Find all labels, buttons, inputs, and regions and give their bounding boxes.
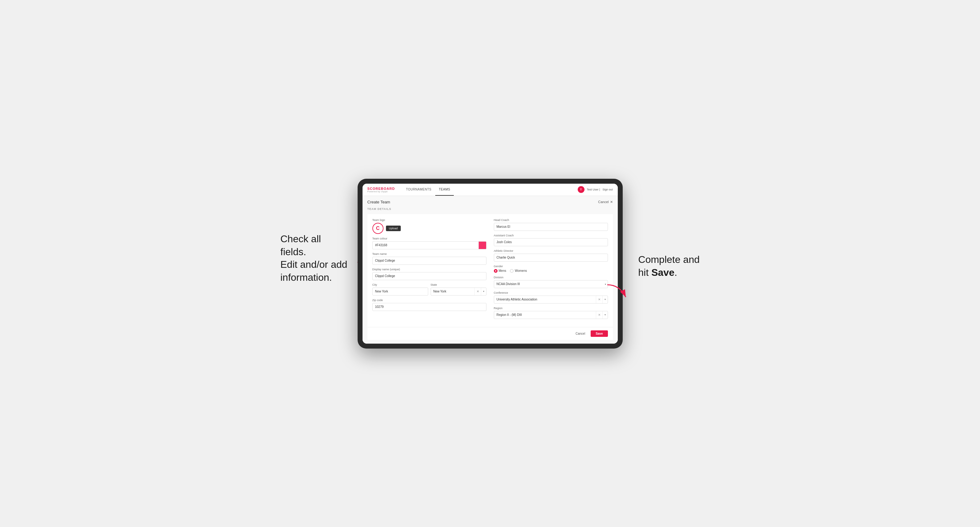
city-state-row: City State New York — [372, 283, 487, 295]
head-coach-input[interactable] — [494, 223, 608, 231]
team-logo-section: Team logo C Upload — [372, 219, 487, 234]
form-footer: Cancel Save — [368, 327, 613, 340]
region-label: Region — [494, 306, 608, 310]
city-group: City — [372, 283, 428, 295]
page-title-row: Create Team Cancel ✕ — [368, 200, 613, 204]
cancel-button[interactable]: Cancel — [573, 330, 588, 337]
nav-teams[interactable]: TEAMS — [435, 184, 454, 196]
nav-tournaments[interactable]: TOURNAMENTS — [402, 184, 435, 196]
form-grid: Team logo C Upload Team colour — [372, 219, 608, 322]
team-colour-input[interactable] — [372, 241, 479, 249]
region-select[interactable]: Region II - (M) DIII — [494, 311, 596, 319]
assistant-coach-label: Assistant Coach — [494, 234, 608, 237]
division-label: Division — [494, 276, 608, 279]
conference-label: Conference — [494, 291, 608, 294]
gender-womens-radio[interactable] — [510, 269, 514, 273]
gender-womens-option[interactable]: Womens — [510, 269, 527, 273]
team-name-input[interactable] — [372, 257, 487, 265]
zip-input[interactable] — [372, 303, 487, 311]
conference-select[interactable]: University Athletic Association — [494, 296, 596, 303]
display-name-field: Display name (unique) — [372, 268, 487, 280]
brand-logo: SCOREBOARD Powered by clippd — [368, 187, 395, 193]
head-coach-field: Head Coach — [494, 219, 608, 231]
city-label: City — [372, 283, 428, 286]
team-name-label: Team name — [372, 252, 487, 256]
team-colour-label: Team colour — [372, 237, 487, 240]
state-label: State — [431, 283, 487, 286]
team-logo-label: Team logo — [372, 219, 487, 222]
athletic-director-field: Athletic Director — [494, 249, 608, 262]
instruction-left: Check all fields. Edit and/or add inform… — [280, 233, 348, 284]
brand-name: SCOREBOARD — [368, 187, 395, 190]
region-chevron-icon: ▾ — [602, 311, 608, 319]
page-title: Create Team — [368, 200, 390, 204]
gender-mens-radio[interactable] — [494, 269, 498, 273]
avatar: T — [578, 186, 584, 193]
zip-field: Zip code — [372, 298, 487, 311]
zip-label: Zip code — [372, 298, 487, 302]
athletic-director-label: Athletic Director — [494, 249, 608, 252]
conference-clear-icon[interactable]: ✕ — [596, 296, 602, 303]
user-name: Test User | — [587, 188, 600, 191]
team-name-field: Team name — [372, 252, 487, 265]
region-field: Region Region II - (M) DIII ✕ ▾ — [494, 306, 608, 319]
nav-right: T Test User | Sign out — [578, 186, 613, 193]
colour-row — [372, 241, 487, 249]
gender-radio-group: Mens Womens — [494, 269, 608, 273]
state-clear-icon[interactable]: ✕ — [474, 288, 481, 295]
gender-mens-option[interactable]: Mens — [494, 269, 506, 273]
colour-swatch[interactable] — [479, 241, 487, 249]
save-button[interactable]: Save — [591, 330, 608, 337]
state-select[interactable]: New York — [431, 288, 474, 295]
save-emphasis: Save — [651, 267, 675, 278]
navbar: SCOREBOARD Powered by clippd TOURNAMENTS… — [363, 184, 618, 196]
state-chevron-icon: ▾ — [481, 288, 486, 295]
gender-field: Gender Mens Womens — [494, 265, 608, 273]
city-state-field: City State New York — [372, 283, 487, 295]
logo-preview-row: C Upload — [372, 223, 487, 234]
form-col-right: Head Coach Assistant Coach Athletic Dire… — [494, 219, 608, 322]
region-select-wrapper: Region II - (M) DIII ✕ ▾ — [494, 311, 608, 319]
instruction-right: Complete andhit Save. — [638, 253, 700, 279]
division-select[interactable]: NCAA Division III — [494, 280, 608, 288]
city-input[interactable] — [372, 287, 428, 295]
assistant-coach-field: Assistant Coach — [494, 234, 608, 246]
form-container: Team logo C Upload Team colour — [368, 214, 613, 327]
nav-links: TOURNAMENTS TEAMS — [402, 184, 578, 196]
gender-label: Gender — [494, 265, 608, 268]
team-logo-preview: C — [372, 223, 383, 234]
head-coach-label: Head Coach — [494, 219, 608, 222]
conference-field: Conference University Athletic Associati… — [494, 291, 608, 303]
signout-link[interactable]: Sign out — [602, 188, 612, 191]
conference-select-wrapper: University Athletic Association ✕ ▾ — [494, 295, 608, 303]
tablet-screen: SCOREBOARD Powered by clippd TOURNAMENTS… — [363, 184, 618, 344]
state-group: State New York ✕ ▾ — [431, 283, 487, 295]
division-field: Division NCAA Division III ▾ — [494, 276, 608, 288]
display-name-input[interactable] — [372, 272, 487, 280]
state-select-wrapper: New York ✕ ▾ — [431, 287, 487, 295]
tablet-frame: SCOREBOARD Powered by clippd TOURNAMENTS… — [358, 179, 623, 349]
team-colour-field: Team colour — [372, 237, 487, 249]
division-select-wrapper: NCAA Division III ▾ — [494, 280, 608, 288]
form-col-left: Team logo C Upload Team colour — [372, 219, 487, 322]
assistant-coach-input[interactable] — [494, 238, 608, 246]
arrow-right-icon — [604, 282, 632, 305]
cancel-x-button[interactable]: Cancel ✕ — [598, 200, 612, 204]
main-content: Create Team Cancel ✕ TEAM DETAILS Team l… — [363, 196, 618, 344]
upload-button[interactable]: Upload — [386, 225, 401, 231]
brand-sub: Powered by clippd — [368, 190, 395, 193]
region-clear-icon[interactable]: ✕ — [596, 311, 602, 319]
section-label: TEAM DETAILS — [368, 207, 613, 211]
athletic-director-input[interactable] — [494, 254, 608, 262]
display-name-label: Display name (unique) — [372, 268, 487, 271]
